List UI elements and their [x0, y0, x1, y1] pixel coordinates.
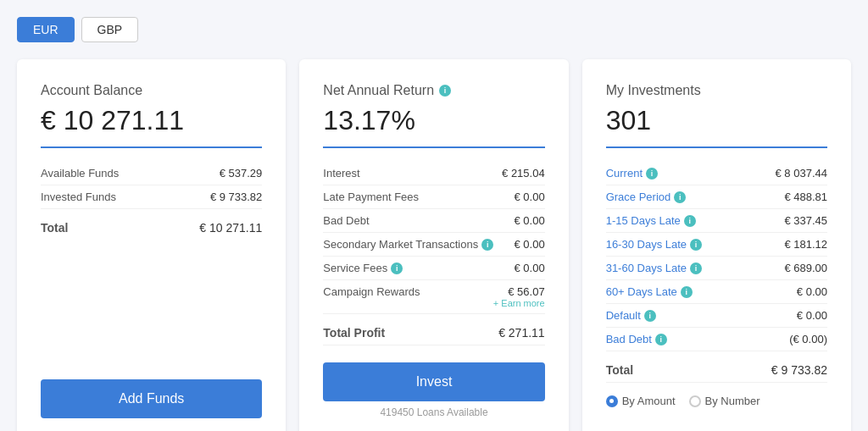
current-row: Current i € 8 037.44	[606, 162, 827, 185]
eur-tab[interactable]: EUR	[17, 17, 75, 42]
earn-more-link[interactable]: + Earn more	[493, 298, 545, 308]
default-info-icon[interactable]: i	[644, 310, 656, 322]
investments-bad-debt-row: Bad Debt i (€ 0.00)	[606, 328, 827, 351]
16-30-days-late-label[interactable]: 16-30 Days Late i	[606, 238, 702, 251]
investments-bad-debt-label[interactable]: Bad Debt i	[606, 333, 667, 345]
current-value: € 8 037.44	[776, 167, 827, 180]
service-fees-label: Service Fees i	[323, 262, 403, 274]
total-value: € 10 271.11	[199, 221, 262, 235]
by-number-option[interactable]: By Number	[689, 395, 760, 407]
default-label[interactable]: Default i	[606, 309, 656, 322]
investments-bad-debt-info-icon[interactable]: i	[655, 334, 667, 345]
grace-period-info-icon[interactable]: i	[674, 191, 686, 203]
total-profit-label: Total Profit	[323, 326, 385, 340]
bad-debt-value: € 0.00	[515, 214, 545, 227]
grace-period-value: € 488.81	[784, 191, 827, 203]
detail-row: Total € 10 271.11	[41, 216, 262, 240]
my-investments-title: My Investments	[606, 83, 827, 98]
secondary-market-value: € 0.00	[515, 238, 545, 251]
loans-available: 419450 Loans Available	[323, 406, 544, 418]
by-amount-label: By Amount	[622, 395, 676, 407]
60-plus-info-icon[interactable]: i	[681, 286, 693, 298]
default-value: € 0.00	[797, 309, 827, 322]
account-balance-divider	[41, 146, 262, 148]
16-30-days-late-row: 16-30 Days Late i € 181.12	[606, 233, 827, 257]
investments-bad-debt-value: (€ 0.00)	[789, 333, 827, 345]
account-balance-title: Account Balance	[41, 83, 262, 98]
late-payment-row: Late Payment Fees € 0.00	[323, 185, 544, 209]
31-60-days-late-label[interactable]: 31-60 Days Late i	[606, 262, 702, 274]
1-15-days-late-value: € 337.45	[784, 214, 827, 227]
investments-total-row: Total € 9 733.82	[606, 358, 827, 383]
31-60-days-late-value: € 689.00	[784, 262, 827, 274]
1-15-days-late-label[interactable]: 1-15 Days Late i	[606, 214, 696, 227]
total-label: Total	[41, 221, 68, 235]
16-30-info-icon[interactable]: i	[690, 239, 702, 251]
net-annual-return-title: Net Annual Return i	[323, 83, 544, 98]
grace-period-row: Grace Period i € 488.81	[606, 185, 827, 209]
service-fees-info-icon[interactable]: i	[391, 262, 403, 274]
net-annual-return-card: Net Annual Return i 13.17% Interest € 21…	[299, 59, 568, 431]
my-investments-divider	[606, 146, 827, 148]
by-amount-option[interactable]: By Amount	[606, 395, 676, 407]
31-60-info-icon[interactable]: i	[690, 262, 702, 274]
account-balance-rows: Available Funds € 537.29 Invested Funds …	[41, 162, 262, 240]
cards-container: Account Balance € 10 271.11 Available Fu…	[17, 59, 851, 431]
1-15-info-icon[interactable]: i	[684, 215, 696, 227]
nar-info-icon[interactable]: i	[439, 85, 451, 97]
by-number-radio[interactable]	[689, 395, 701, 407]
my-investments-card: My Investments 301 Current i € 8 037.44 …	[582, 59, 851, 431]
late-payment-label: Late Payment Fees	[323, 191, 419, 203]
secondary-market-info-icon[interactable]: i	[481, 239, 493, 251]
service-fees-row: Service Fees i € 0.00	[323, 257, 544, 280]
detail-row: Invested Funds € 9 733.82	[41, 185, 262, 209]
secondary-market-row: Secondary Market Transactions i € 0.00	[323, 233, 544, 257]
currency-tabs: EUR GBP	[17, 17, 851, 42]
31-60-days-late-row: 31-60 Days Late i € 689.00	[606, 257, 827, 280]
net-annual-return-value: 13.17%	[323, 105, 544, 136]
secondary-market-label: Secondary Market Transactions i	[323, 238, 493, 251]
invested-funds-label: Invested Funds	[41, 191, 116, 203]
current-label[interactable]: Current i	[606, 167, 658, 180]
16-30-days-late-value: € 181.12	[784, 238, 827, 251]
add-funds-button[interactable]: Add Funds	[41, 379, 262, 418]
60-plus-days-late-row: 60+ Days Late i € 0.00	[606, 280, 827, 304]
account-balance-value: € 10 271.11	[41, 105, 262, 136]
60-plus-days-late-label[interactable]: 60+ Days Late i	[606, 285, 693, 298]
total-profit-value: € 271.11	[498, 326, 545, 340]
grace-period-label[interactable]: Grace Period i	[606, 191, 687, 203]
late-payment-value: € 0.00	[515, 191, 545, 203]
60-plus-days-late-value: € 0.00	[797, 285, 827, 298]
service-fees-value: € 0.00	[515, 262, 545, 274]
account-balance-card: Account Balance € 10 271.11 Available Fu…	[17, 59, 286, 431]
by-amount-radio[interactable]	[606, 395, 618, 407]
invest-button[interactable]: Invest	[323, 362, 544, 401]
available-funds-value: € 537.29	[220, 167, 263, 180]
investments-total-label: Total	[606, 363, 633, 377]
my-investments-value: 301	[606, 105, 827, 136]
1-15-days-late-row: 1-15 Days Late i € 337.45	[606, 209, 827, 233]
invested-funds-value: € 9 733.82	[210, 191, 262, 203]
campaign-value: € 56.07 + Earn more	[493, 285, 545, 308]
detail-row: Available Funds € 537.29	[41, 162, 262, 185]
campaign-row: Campaign Rewards € 56.07 + Earn more	[323, 280, 544, 314]
investments-total-value: € 9 733.82	[771, 363, 827, 377]
total-profit-row: Total Profit € 271.11	[323, 321, 544, 345]
interest-label: Interest	[323, 167, 359, 180]
by-number-label: By Number	[705, 395, 760, 407]
current-info-icon[interactable]: i	[646, 168, 658, 180]
available-funds-label: Available Funds	[41, 167, 119, 180]
nar-divider	[323, 146, 544, 148]
default-row: Default i € 0.00	[606, 304, 827, 328]
radio-group: By Amount By Number	[606, 395, 827, 407]
interest-value: € 215.04	[502, 167, 545, 180]
campaign-label: Campaign Rewards	[323, 285, 420, 298]
bad-debt-row: Bad Debt € 0.00	[323, 209, 544, 233]
bad-debt-label: Bad Debt	[323, 214, 369, 227]
gbp-tab[interactable]: GBP	[81, 17, 139, 42]
interest-row: Interest € 215.04	[323, 162, 544, 185]
